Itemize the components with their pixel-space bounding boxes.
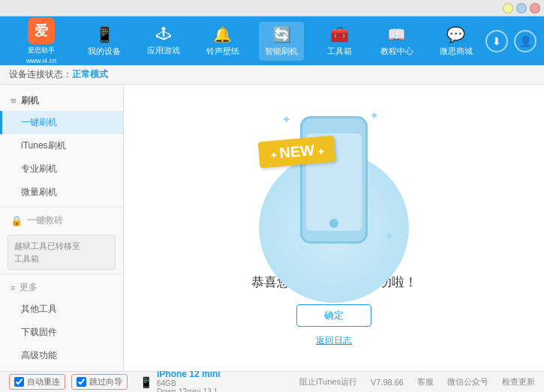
logo-url: www.i4.cn	[26, 57, 57, 64]
smart-flash-icon: 🔄	[272, 25, 291, 43]
logo-area: 爱 爱思助手 www.i4.cn	[8, 17, 75, 64]
support-link[interactable]: 客服	[417, 376, 434, 388]
confirm-button[interactable]: 确定	[296, 304, 371, 327]
bottombar-right: 阻止iTunes运行 V7.98.66 客服 微信公众号 检查更新	[299, 376, 535, 388]
app-games-icon: 🕹	[156, 25, 171, 43]
wechat-store-icon: 💬	[446, 25, 465, 43]
skip-wizard-checkbox-item[interactable]: 跳过向导	[71, 374, 128, 390]
nav-right: ⬇ 👤	[485, 30, 536, 52]
my-device-label: 我的设备	[88, 46, 121, 57]
download-button[interactable]: ⬇	[485, 30, 508, 52]
my-device-icon: 📱	[95, 25, 114, 43]
device-storage: 64GB	[157, 379, 221, 388]
nav-toolbox[interactable]: 🧰 工具箱	[318, 22, 360, 61]
sidebar-item-pro-flash[interactable]: 专业刷机	[0, 157, 123, 181]
phone-illustration: ✦ ✦ ✦ NEW	[266, 109, 401, 259]
top-navigation: 爱 爱思助手 www.i4.cn 📱 我的设备 🕹 应用游戏 🔔 铃声壁纸 🔄 …	[0, 16, 544, 65]
smart-flash-label: 智能刷机	[265, 46, 298, 57]
device-phone-icon: 📱	[140, 376, 152, 388]
nav-tutorials[interactable]: 📖 教程中心	[374, 22, 419, 61]
nav-ringtones[interactable]: 🔔 铃声壁纸	[200, 22, 245, 61]
skip-wizard-checkbox[interactable]	[77, 377, 86, 387]
rescue-icon: 🔒	[11, 215, 23, 226]
toolbox-icon: 🧰	[330, 25, 349, 43]
auto-connect-label: 自动重连	[27, 376, 60, 388]
bottom-left-actions: 自动重连 跳过向导	[9, 374, 128, 390]
logo-name: 爱思助手	[28, 46, 55, 55]
flash-group-icon: ≡	[11, 95, 17, 106]
maximize-button[interactable]	[516, 3, 527, 13]
bottombar-left: 自动重连 跳过向导 📱 iPhone 12 mini 64GB Down-12m…	[9, 369, 221, 393]
check-update-link[interactable]: 检查更新	[502, 376, 535, 388]
sidebar-item-itunes-flash[interactable]: iTunes刷机	[0, 134, 123, 157]
wechat-store-label: 微思商城	[440, 46, 473, 57]
more-icon: ≡	[11, 283, 15, 292]
device-model: Down-12mini-13,1	[157, 388, 221, 393]
wechat-link[interactable]: 微信公众号	[447, 376, 488, 388]
ringtones-label: 铃声壁纸	[206, 46, 239, 57]
user-button[interactable]: 👤	[514, 30, 536, 52]
nav-app-games[interactable]: 🕹 应用游戏	[141, 22, 186, 60]
nav-my-device[interactable]: 📱 我的设备	[82, 22, 127, 61]
status-prefix: 设备连接状态：	[9, 68, 72, 81]
ringtones-icon: 🔔	[213, 25, 232, 43]
more-section: ≡ 更多 其他工具 下载固件 高级功能	[0, 274, 123, 367]
more-group-title: ≡ 更多	[0, 277, 123, 298]
content-area: ✦ ✦ ✦ NEW 恭喜您，保资料刷机成功啦！ 确定 返回日志	[124, 85, 544, 371]
device-info: iPhone 12 mini 64GB Down-12mini-13,1	[157, 369, 221, 393]
toolbox-label: 工具箱	[327, 46, 352, 57]
status-bar: 设备连接状态： 正常模式	[0, 65, 544, 85]
phone-body	[300, 116, 368, 244]
skip-wizard-label: 跳过向导	[89, 376, 122, 388]
main-layout: ≡ 刷机 一键刷机 iTunes刷机 专业刷机 微量刷机 🔒 一键救砖 越狱工具…	[0, 85, 544, 371]
go-home-link[interactable]: 返回日志	[316, 334, 352, 347]
flash-group-title: ≡ 刷机	[0, 91, 123, 111]
minimize-button[interactable]	[503, 3, 513, 13]
sparkle-1: ✦	[281, 112, 291, 127]
notice-box: 越狱工具已转移至 工具箱	[8, 235, 116, 270]
nav-items: 📱 我的设备 🕹 应用游戏 🔔 铃声壁纸 🔄 智能刷机 🧰 工具箱 📖 教程中心…	[75, 22, 485, 61]
tutorials-label: 教程中心	[380, 46, 413, 57]
app-games-label: 应用游戏	[147, 45, 180, 56]
auto-connect-checkbox[interactable]	[14, 377, 24, 387]
sidebar-item-download-firmware[interactable]: 下载固件	[0, 321, 123, 344]
close-button[interactable]	[530, 3, 540, 13]
titlebar	[0, 0, 544, 16]
tutorials-icon: 📖	[387, 25, 406, 43]
device-section: 📱 iPhone 12 mini 64GB Down-12mini-13,1	[137, 369, 221, 393]
sidebar: ≡ 刷机 一键刷机 iTunes刷机 专业刷机 微量刷机 🔒 一键救砖 越狱工具…	[0, 85, 124, 371]
version-label: V7.98.66	[371, 378, 404, 387]
rescue-section: 🔒 一键救砖 越狱工具已转移至 工具箱	[0, 207, 123, 270]
sidebar-item-advanced[interactable]: 高级功能	[0, 344, 123, 367]
sparkle-2: ✦	[369, 109, 379, 123]
nav-smart-flash[interactable]: 🔄 智能刷机	[259, 22, 304, 61]
auto-connect-checkbox-item[interactable]: 自动重连	[9, 374, 65, 390]
logo-icon: 爱	[28, 17, 55, 44]
nav-wechat-store[interactable]: 💬 微思商城	[434, 22, 479, 61]
phone-illustration-wrapper: ✦ ✦ ✦ NEW	[266, 109, 401, 274]
rescue-group-title: 🔒 一键救砖	[0, 211, 123, 231]
sparkle-3: ✦	[384, 229, 394, 244]
sidebar-item-one-key-flash[interactable]: 一键刷机	[0, 111, 123, 134]
bottom-bar: 自动重连 跳过向导 📱 iPhone 12 mini 64GB Down-12m…	[0, 371, 544, 392]
status-mode: 正常模式	[72, 68, 108, 81]
phone-home-button	[329, 219, 338, 228]
sidebar-item-other-tools[interactable]: 其他工具	[0, 298, 123, 321]
stop-itunes-label: 阻止iTunes运行	[299, 376, 357, 388]
sidebar-item-micro-flash[interactable]: 微量刷机	[0, 181, 123, 204]
